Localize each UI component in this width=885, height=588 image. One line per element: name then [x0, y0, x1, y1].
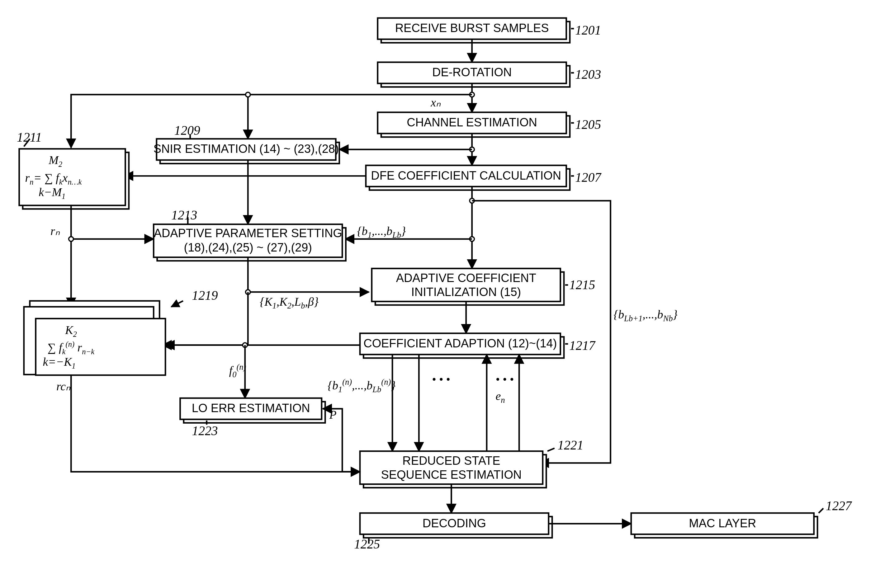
text-adaptive-param-1: ADAPTIVE PARAMETER SETTING: [154, 226, 342, 240]
math-1211-m1: k−M1: [39, 186, 65, 201]
ref-1217: 1217: [569, 338, 596, 352]
text-channel-estimation: CHANNEL ESTIMATION: [407, 116, 537, 129]
label-b1n: {b1(n),...,bLb(n)}: [328, 377, 396, 394]
text-reduced-state-2: SEQUENCE ESTIMATION: [381, 468, 522, 481]
box-mac-layer: MAC LAYER 1227: [631, 499, 852, 538]
box-coefficient-adaption: COEFFICIENT ADAPTION (12)~(14) 1217: [360, 333, 596, 358]
edge-1221-1223: [323, 409, 360, 472]
ref-1209: 1209: [174, 123, 200, 138]
label-p: P: [329, 408, 336, 421]
text-reduced-state-1: REDUCED STATE: [402, 454, 500, 467]
svg-point-33: [69, 237, 74, 241]
ref-1225: 1225: [354, 537, 380, 551]
text-mac-layer: MAC LAYER: [689, 517, 756, 530]
box-receive-burst-samples: RECEIVE BURST SAMPLES 1201: [378, 18, 601, 43]
box-de-rotation: DE-ROTATION 1203: [378, 62, 601, 87]
text-dfe-coeff: DFE COEFFICIENT CALCULATION: [371, 169, 561, 182]
svg-point-5: [246, 92, 250, 97]
label-dots-1: • • •: [432, 373, 450, 386]
box-dfe-coefficient-calculation: DFE COEFFICIENT CALCULATION 1207: [366, 165, 602, 190]
text-lo-err: LO ERR ESTIMATION: [192, 402, 310, 415]
ref-1207: 1207: [575, 170, 602, 184]
ref-1211: 1211: [17, 130, 42, 144]
ref-1219: 1219: [192, 288, 218, 303]
edge-1213-1215: [248, 257, 369, 292]
text-snir-estimation: SNIR ESTIMATION (14) ~ (23),(28): [153, 142, 339, 155]
math-1219-k1: k=−K1: [43, 355, 75, 370]
label-blb1nb: {bLb+1,...,bNb}: [613, 308, 678, 323]
box-feedforward-filter: M2 rn= ∑ fkxn…k k−M1 1211: [17, 130, 129, 209]
text-decoding: DECODING: [422, 517, 486, 530]
label-xn: xₙ: [430, 96, 441, 109]
ref-1221: 1221: [557, 438, 583, 452]
ref-1205: 1205: [575, 117, 601, 132]
ref-1201: 1201: [575, 23, 601, 38]
box-rc-filter: K2 ∑ fk(n) rn−k k=−K1 1219: [24, 288, 218, 375]
text-coeff-adaption: COEFFICIENT ADAPTION (12)~(14): [364, 337, 557, 350]
box-decoding: DECODING 1225: [354, 513, 552, 551]
label-f0n: f0(n): [229, 362, 246, 380]
text-de-rotation: DE-ROTATION: [432, 66, 512, 79]
label-dots-2: • • •: [496, 373, 514, 386]
box-channel-estimation: CHANNEL ESTIMATION 1205: [378, 112, 601, 137]
box-lo-err-estimation: LO ERR ESTIMATION 1223: [180, 398, 325, 438]
box-adaptive-parameter-setting: ADAPTIVE PARAMETER SETTING (18),(24),(25…: [153, 208, 346, 261]
ref-1223: 1223: [192, 424, 218, 438]
text-adaptive-init-1: ADAPTIVE COEFFICIENT: [396, 272, 536, 285]
box-snir-estimation: SNIR ESTIMATION (14) ~ (23),(28) 1209: [153, 123, 340, 164]
text-adaptive-param-2: (18),(24),(25) ~ (27),(29): [184, 241, 312, 254]
flow-diagram: RECEIVE BURST SAMPLES 1201 DE-ROTATION 1…: [6, 6, 879, 588]
label-rcn: rcₙ: [56, 380, 71, 393]
ref-1213: 1213: [171, 208, 197, 222]
ref-1203: 1203: [575, 67, 601, 81]
ref-1215: 1215: [569, 278, 595, 292]
box-adaptive-coeff-init: ADAPTIVE COEFFICIENT INITIALIZATION (15)…: [372, 268, 595, 305]
ref-1227: 1227: [826, 499, 852, 513]
label-b1lb: {b1,...,bLb}: [357, 224, 406, 240]
edge-1207-1221-right: [472, 201, 611, 463]
text-adaptive-init-2: INITIALIZATION (15): [411, 285, 521, 298]
text-receive-burst-samples: RECEIVE BURST SAMPLES: [395, 21, 549, 34]
label-k1k2: {K1,K2,Lb,β}: [260, 295, 319, 310]
label-rn: rₙ: [50, 224, 60, 237]
label-en: en: [496, 389, 505, 405]
